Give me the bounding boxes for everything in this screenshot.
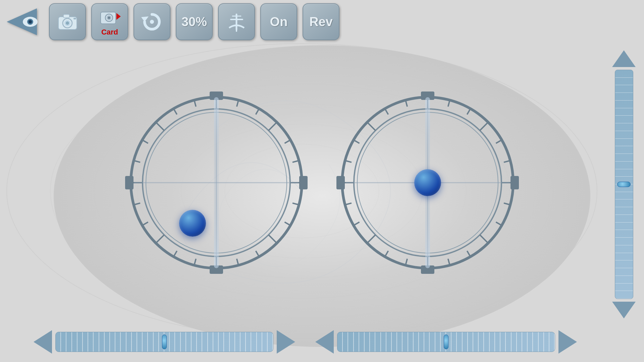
svg-line-45 [156,235,164,243]
back-button[interactable] [7,7,44,37]
left-slider-right-arrow[interactable] [277,330,295,354]
vertical-slider [610,50,637,318]
svg-rect-15 [73,18,76,19]
svg-line-85 [367,122,376,131]
svg-point-13 [66,21,69,25]
svg-line-38 [285,222,290,226]
svg-line-73 [480,235,488,243]
svg-line-68 [496,140,502,143]
svg-line-51 [156,122,164,131]
left-dial-svg [124,90,309,275]
svg-line-80 [354,222,359,226]
svg-line-46 [142,222,148,226]
svg-rect-57 [299,176,308,189]
svg-line-32 [256,109,259,114]
svg-point-22 [150,20,154,24]
antenna-button[interactable] [218,3,255,40]
svg-line-79 [367,235,376,243]
svg-rect-56 [125,176,133,189]
percent-label: 30% [181,15,207,29]
svg-marker-20 [116,13,121,20]
slider-up-arrow[interactable] [612,50,636,67]
card-record-button[interactable]: Card [91,3,128,40]
bottom-controls [0,322,610,362]
right-slider-group [315,330,577,354]
left-dial[interactable] [124,90,309,275]
svg-point-9 [29,20,32,23]
svg-rect-60 [214,97,219,268]
left-slider-thumb[interactable] [162,335,167,349]
right-slider-right-arrow[interactable] [558,330,577,354]
svg-line-44 [174,251,177,257]
svg-line-50 [142,140,148,143]
svg-marker-21 [141,16,149,22]
svg-line-33 [269,122,277,131]
camera-button[interactable] [49,3,86,40]
svg-rect-90 [336,176,345,189]
svg-line-66 [467,109,471,114]
card-label: Card [101,28,118,37]
svg-line-39 [269,235,277,243]
svg-rect-91 [511,176,519,189]
svg-line-78 [385,251,388,257]
rev-label: Rev [309,15,333,29]
left-slider-track[interactable] [55,332,273,352]
svg-point-19 [108,17,110,19]
svg-line-72 [496,222,502,226]
percent-button[interactable]: 30% [176,3,213,40]
slider-thumb[interactable] [617,182,631,187]
on-button[interactable]: On [260,3,297,40]
refresh-button[interactable] [133,3,170,40]
svg-line-40 [256,251,259,257]
slider-track[interactable] [615,70,633,299]
left-dial-ball[interactable] [179,210,206,237]
right-slider-left-arrow[interactable] [315,330,334,354]
svg-line-84 [354,140,359,143]
toolbar: Card 30% On Rev [0,0,644,44]
rev-button[interactable]: Rev [303,3,339,40]
right-dial[interactable] [335,90,520,275]
svg-line-34 [285,140,290,143]
svg-rect-14 [63,14,69,18]
right-dial-ball[interactable] [414,169,441,196]
left-slider-group [34,330,295,354]
on-label: On [270,15,288,29]
slider-down-arrow[interactable] [612,302,636,318]
right-slider-track[interactable] [337,332,555,352]
left-slider-left-arrow[interactable] [34,330,52,354]
svg-line-67 [480,122,488,131]
main-content [0,47,644,318]
right-slider-thumb[interactable] [444,335,448,349]
svg-line-86 [385,109,388,114]
svg-line-52 [174,109,177,114]
svg-line-74 [467,251,471,257]
